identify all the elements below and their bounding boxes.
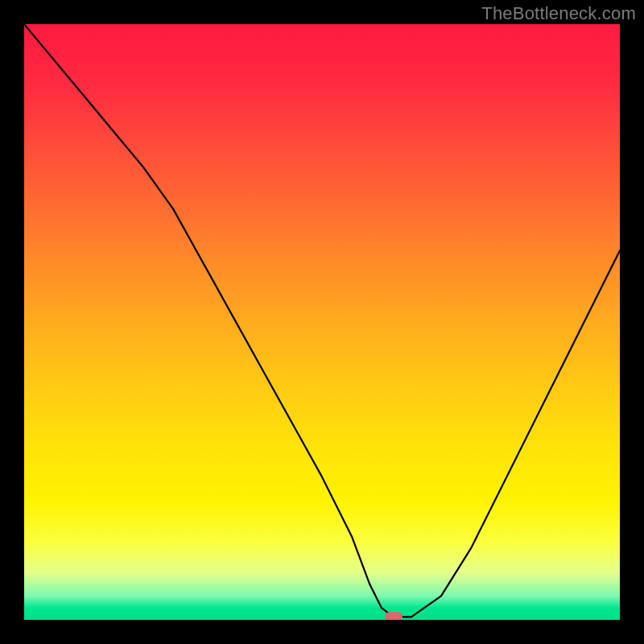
optimum-marker	[385, 612, 402, 620]
chart-frame: TheBottleneck.com	[0, 0, 644, 644]
attribution-text: TheBottleneck.com	[481, 3, 636, 24]
bottleneck-curve	[24, 24, 620, 620]
gradient-plot-area	[24, 24, 620, 620]
